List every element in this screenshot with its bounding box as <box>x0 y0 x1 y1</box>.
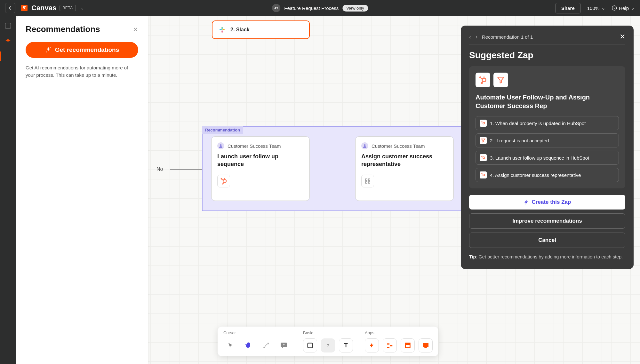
edge-label-no: No <box>156 166 163 172</box>
connect-icon <box>263 342 270 349</box>
close-button[interactable]: ✕ <box>620 33 625 41</box>
svg-point-6 <box>46 51 47 52</box>
create-zap-button[interactable]: Create this Zap <box>469 195 625 210</box>
recommendation-group-label: Recommendation <box>202 126 243 134</box>
create-zap-label: Create this Zap <box>532 199 571 205</box>
zap-step[interactable]: 4. Assign customer success representativ… <box>476 168 619 182</box>
improve-recommendations-button[interactable]: Improve recommendations <box>469 213 625 229</box>
get-recommendations-label: Get recommendations <box>55 46 119 53</box>
text-tool[interactable]: T <box>339 338 353 352</box>
svg-rect-39 <box>308 343 313 348</box>
person-icon <box>217 142 224 149</box>
pointer-icon <box>227 342 234 349</box>
zap-subtitle: Automate User Follow-Up and Assign Custo… <box>476 93 619 110</box>
svg-point-34 <box>481 156 483 157</box>
book-icon[interactable] <box>4 22 12 29</box>
svg-point-25 <box>479 76 481 78</box>
rectangle-tool[interactable] <box>303 338 317 352</box>
next-recommendation-button[interactable]: › <box>476 34 477 40</box>
hubspot-badge <box>217 175 230 187</box>
svg-text:+: + <box>283 343 285 346</box>
filter-icon <box>497 76 505 84</box>
svg-rect-42 <box>387 344 389 345</box>
hubspot-icon <box>480 154 487 161</box>
app-name: Canvas <box>31 4 56 12</box>
zap-step-label: 2. If request is not accepted <box>490 138 549 143</box>
svg-text:?: ? <box>613 6 615 10</box>
card-title: Launch user follow up sequence <box>217 153 304 168</box>
zap-step-label: 1. When deal property is updated in HubS… <box>490 121 586 126</box>
comment-tool[interactable]: + <box>277 338 291 352</box>
topbar-center: JY Feature Request Process View only <box>272 4 368 12</box>
share-button[interactable]: Share <box>555 3 581 13</box>
slack-node[interactable]: 2. Slack <box>212 20 310 39</box>
svg-line-18 <box>223 182 224 183</box>
get-recommendations-button[interactable]: Get recommendations <box>26 42 138 58</box>
svg-rect-44 <box>387 347 389 348</box>
question-icon: ? <box>325 342 331 349</box>
close-button[interactable]: ✕ <box>133 26 138 33</box>
tip-text: : Get better recommendations by adding m… <box>476 254 623 259</box>
chevron-down-icon[interactable]: ⌄ <box>80 5 84 11</box>
rail-active-indicator <box>0 51 1 61</box>
svg-rect-8 <box>222 29 225 30</box>
sparkle-icon[interactable] <box>4 37 12 45</box>
svg-point-33 <box>483 157 485 159</box>
bolt-icon <box>369 342 375 349</box>
svg-rect-9 <box>222 27 223 29</box>
path-tool[interactable] <box>383 338 397 352</box>
square-icon <box>307 342 314 349</box>
prev-recommendation-button[interactable]: ‹ <box>469 34 471 40</box>
zap-step[interactable]: 3. Launch user follow up sequence in Hub… <box>476 151 619 165</box>
zap-panel-title: Suggested Zap <box>469 50 625 60</box>
apps-badge <box>361 175 374 187</box>
pointer-tool[interactable] <box>223 338 237 352</box>
zap-step[interactable]: 1. When deal property is updated in HubS… <box>476 116 619 130</box>
svg-rect-10 <box>222 30 223 33</box>
top-bar: Canvas BETA ⌄ JY Feature Request Process… <box>0 0 640 16</box>
zap-step[interactable]: 2. If request is not accepted <box>476 133 619 147</box>
user-avatar[interactable]: JY <box>272 4 280 12</box>
document-title[interactable]: Feature Request Process <box>284 5 339 11</box>
svg-point-32 <box>481 121 483 123</box>
canvas-card-followup[interactable]: Customer Success Team Launch user follow… <box>211 136 310 201</box>
table-tool[interactable] <box>401 338 415 352</box>
toolbar-section-label: Basic <box>303 330 353 335</box>
text-icon: T <box>342 342 349 349</box>
cancel-button[interactable]: Cancel <box>469 233 625 248</box>
back-button[interactable] <box>5 3 15 13</box>
svg-rect-20 <box>365 179 367 180</box>
help-label: Help <box>619 5 629 11</box>
interface-icon <box>422 342 429 349</box>
help-menu[interactable]: ? Help ⌄ <box>612 5 635 11</box>
svg-point-35 <box>483 174 485 176</box>
toolbar-section-label: Apps <box>365 330 433 335</box>
canvas-card-assign[interactable]: Customer Success Team Assign customer su… <box>355 136 454 201</box>
card-team-name: Customer Success Team <box>228 143 281 149</box>
connect-tool[interactable] <box>259 338 273 352</box>
view-only-badge: View only <box>342 5 368 12</box>
svg-point-5 <box>50 47 51 48</box>
svg-point-31 <box>483 122 485 124</box>
interface-tool[interactable] <box>419 338 433 352</box>
zap-tool[interactable] <box>365 338 379 352</box>
table-icon <box>404 342 411 349</box>
hubspot-icon <box>478 75 487 84</box>
help-icon: ? <box>612 5 617 11</box>
chevron-down-icon: ⌄ <box>601 5 605 11</box>
app-logo-block: Canvas BETA ⌄ <box>20 4 84 12</box>
toolbar-section-label: Cursor <box>223 330 291 335</box>
filter-icon <box>480 137 487 144</box>
svg-text:?: ? <box>327 343 329 348</box>
zoom-control[interactable]: 100% ⌄ <box>587 5 605 11</box>
recommendation-counter: Recommendation 1 of 1 <box>482 34 533 40</box>
card-team-name: Customer Success Team <box>372 143 425 149</box>
card-title: Assign customer success representative <box>361 153 448 168</box>
canvas-area[interactable]: Recommendations ✕ Get recommendations Ge… <box>16 16 640 364</box>
svg-point-19 <box>364 144 366 146</box>
hand-tool[interactable] <box>241 338 255 352</box>
question-tool[interactable]: ? <box>321 338 335 352</box>
arrow-left-icon <box>8 5 13 11</box>
svg-point-13 <box>221 178 222 179</box>
zoom-value: 100% <box>587 5 599 11</box>
